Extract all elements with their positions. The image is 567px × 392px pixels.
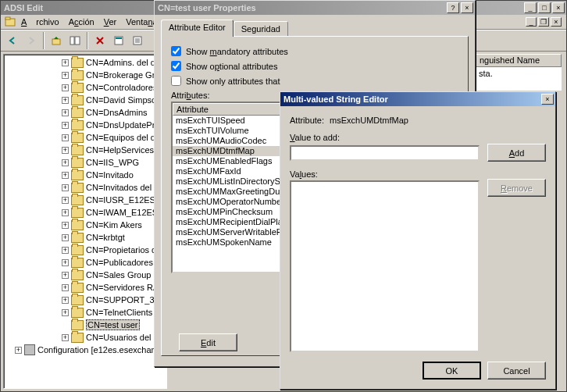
tree-item[interactable]: +CN=krbtgt [5, 231, 165, 244]
expand-icon[interactable]: + [62, 259, 69, 266]
tree-item[interactable]: +CN=IIS_WPG [5, 156, 165, 169]
tree-item[interactable]: +CN=Propietarios del dominio [5, 244, 165, 256]
chk-mandatory-box[interactable] [171, 46, 181, 56]
expand-icon[interactable]: + [62, 184, 69, 191]
inner-minimize[interactable]: _ [526, 17, 537, 27]
tree-item[interactable]: +CN=Servidores RAS [5, 281, 165, 294]
tree-item[interactable]: CN=test user [5, 319, 165, 331]
tree-item[interactable]: +CN=Invitados del dominio [5, 181, 165, 194]
chk-only-values[interactable]: Show only attributes that [171, 76, 458, 86]
mv-values-label: Values: [290, 169, 546, 179]
expand-icon[interactable]: + [62, 272, 69, 279]
tree-item[interactable]: +CN=DnsAdmins [5, 106, 165, 119]
tree-item[interactable]: +CN=TelnetClients [5, 306, 165, 319]
tree-item[interactable]: +CN=Sales Group [5, 269, 165, 281]
expand-icon[interactable]: + [62, 247, 69, 254]
menu-accion[interactable]: Acción [64, 16, 99, 28]
up-button[interactable] [48, 32, 65, 49]
mv-titlebar[interactable]: Multi-valued String Editor × [280, 92, 555, 106]
expand-icon[interactable]: + [62, 197, 69, 204]
forward-button[interactable] [23, 32, 40, 49]
refresh-button[interactable] [110, 32, 127, 49]
mv-attr-label: Attribute: [290, 116, 324, 125]
tree-label: CN=David Simpson [86, 95, 161, 105]
expand-icon[interactable]: + [62, 284, 69, 291]
tree-item[interactable]: +CN=DnsUpdateProxy [5, 119, 165, 131]
tree-item[interactable]: +CN=Usuarios del dominio [5, 331, 165, 344]
cancel-button[interactable]: Cancel [487, 362, 546, 380]
chk-mandatory[interactable]: Show mandatory attributes [171, 46, 458, 56]
svg-rect-6 [116, 37, 122, 39]
expand-icon[interactable]: + [62, 147, 69, 154]
tree-item[interactable]: +CN=HelpServicesGroup [5, 144, 165, 156]
tree-label: CN=Controladores [86, 83, 157, 92]
tree-item[interactable]: +CN=SUPPORT_388945a0 [5, 294, 165, 306]
folder-icon [71, 270, 84, 280]
expand-icon[interactable]: + [62, 209, 69, 216]
expand-icon[interactable]: + [62, 159, 69, 166]
show-tree-button[interactable] [66, 32, 84, 49]
chk-optional[interactable]: Show optional attributes [171, 61, 458, 71]
chk-only-values-box[interactable] [171, 76, 181, 86]
expand-icon[interactable]: + [62, 222, 69, 229]
expand-icon[interactable]: + [62, 59, 69, 66]
tree-item[interactable]: +CN=Invitado [5, 169, 165, 181]
folder-icon [71, 95, 84, 105]
tree-label: CN=Servidores RAS [86, 283, 165, 292]
tree-item[interactable]: +CN=Brokerage Group [5, 69, 165, 81]
menu-archivo[interactable]: Archivo [16, 16, 64, 28]
minimize-button[interactable]: _ [524, 2, 537, 13]
close-button[interactable]: × [552, 2, 565, 13]
tree-item[interactable]: +CN=David Simpson [5, 94, 165, 106]
multivalue-editor-dialog: Multi-valued String Editor × Attribute: … [280, 91, 556, 390]
chk-optional-box[interactable] [171, 61, 181, 71]
expand-icon[interactable]: + [62, 84, 69, 91]
prop-close-button[interactable]: × [461, 2, 473, 13]
tree-view[interactable]: +CN=Admins. del dominio+CN=Brokerage Gro… [3, 54, 167, 389]
expand-icon[interactable]: + [15, 347, 22, 354]
expand-icon[interactable]: + [62, 297, 69, 304]
expand-icon[interactable]: + [62, 134, 69, 141]
expand-icon[interactable]: + [62, 72, 69, 79]
tree-label: CN=IIS_WPG [86, 158, 139, 167]
inner-restore[interactable]: ❐ [538, 17, 549, 27]
edit-button[interactable]: Edit [179, 333, 237, 351]
menu-ver[interactable]: Ver [99, 16, 122, 28]
expand-icon[interactable]: + [62, 122, 69, 129]
tab-seguridad[interactable]: Seguridad [234, 21, 288, 36]
tree-item[interactable]: +CN=IWAM_E12ES [5, 206, 165, 219]
folder-icon [71, 245, 84, 255]
tree-label: CN=Invitado [86, 170, 134, 180]
tab-attribute-editor[interactable]: Attribute Editor [161, 20, 234, 37]
expand-icon[interactable]: + [62, 97, 69, 104]
tree-label: CN=Publicadores [86, 258, 153, 267]
ok-button[interactable]: OK [423, 362, 481, 380]
tree-item[interactable]: +CN=Publicadores [5, 256, 165, 269]
svg-rect-1 [5, 17, 10, 20]
expand-icon[interactable]: + [62, 109, 69, 116]
values-listbox[interactable] [290, 180, 480, 352]
tree-item-config[interactable]: +Configuration [e12es.esexchange.com] [5, 344, 165, 356]
inner-close[interactable]: × [551, 17, 562, 27]
expand-icon[interactable]: + [62, 234, 69, 241]
tree-label: CN=Kim Akers [86, 220, 142, 230]
help-button[interactable]: ? [447, 2, 459, 13]
add-button[interactable]: Add [487, 144, 546, 162]
maximize-button[interactable]: □ [538, 2, 551, 13]
mv-close-button[interactable]: × [541, 94, 554, 105]
tree-item[interactable]: +CN=Kim Akers [5, 219, 165, 231]
tree-item[interactable]: +CN=Equipos del dominio [5, 131, 165, 144]
expand-icon[interactable]: + [62, 309, 69, 316]
value-to-add-input[interactable] [290, 145, 480, 161]
back-button[interactable] [4, 32, 21, 49]
expand-icon[interactable]: + [62, 172, 69, 179]
remove-button: Remove [487, 179, 546, 197]
tree-label: CN=Sales Group [86, 270, 151, 280]
tree-item[interactable]: +CN=Admins. del dominio [5, 56, 165, 69]
expand-icon[interactable]: + [62, 334, 69, 341]
delete-button[interactable] [91, 32, 109, 49]
tree-item[interactable]: +CN=Controladores [5, 81, 165, 94]
prop-title: CN=test user Properties [156, 3, 445, 12]
properties-button[interactable] [129, 32, 146, 49]
tree-item[interactable]: +CN=IUSR_E12ES [5, 194, 165, 206]
